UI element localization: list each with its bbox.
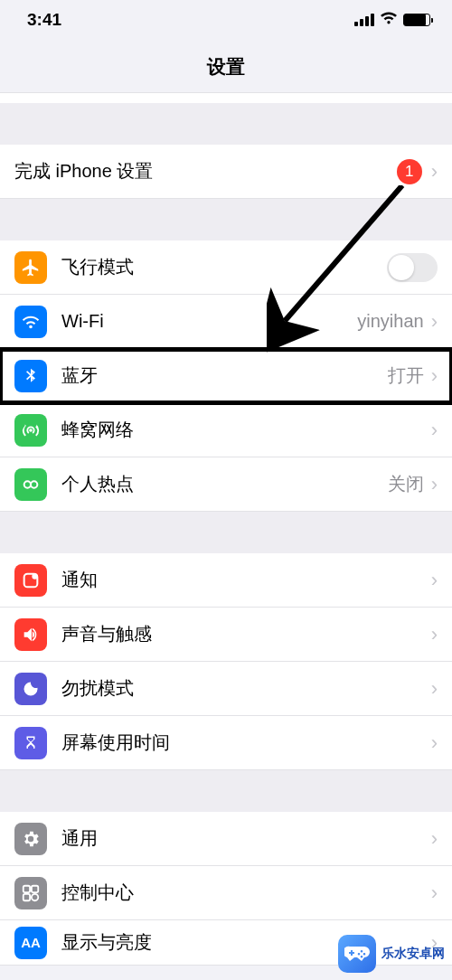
chevron-right-icon: ›: [431, 731, 438, 755]
cellular-label: 蜂窝网络: [61, 418, 431, 442]
chevron-right-icon: ›: [431, 677, 438, 701]
chevron-right-icon: ›: [431, 827, 438, 851]
cellular-icon: [14, 414, 47, 447]
chevron-right-icon: ›: [431, 881, 438, 905]
moon-icon: [14, 673, 47, 705]
airplane-mode-row[interactable]: 飞行模式: [0, 240, 452, 295]
notifications-row[interactable]: 通知 ›: [0, 553, 452, 608]
svg-point-3: [32, 573, 37, 579]
status-time: 3:41: [27, 10, 61, 30]
notifications-icon: [14, 564, 47, 597]
chevron-right-icon: ›: [431, 310, 438, 334]
notification-badge: 1: [397, 159, 422, 184]
chevron-right-icon: ›: [431, 623, 438, 646]
airplane-icon: [14, 251, 47, 284]
battery-icon: [403, 14, 430, 26]
wifi-icon: [380, 11, 398, 30]
airplane-toggle[interactable]: [387, 253, 438, 282]
sound-label: 声音与触感: [61, 622, 431, 646]
svg-point-0: [24, 481, 31, 487]
status-icons: [354, 11, 430, 30]
notifications-label: 通知: [61, 568, 431, 592]
status-bar: 3:41: [0, 0, 452, 40]
hotspot-row[interactable]: 个人热点 关闭 ›: [0, 457, 452, 512]
control-center-icon: [14, 877, 47, 909]
svg-rect-4: [24, 885, 30, 891]
watermark: 乐水安卓网: [338, 935, 445, 973]
gamepad-icon: [338, 935, 376, 973]
cellular-signal-icon: [354, 14, 374, 26]
svg-point-1: [31, 481, 37, 487]
hotspot-label: 个人热点: [61, 472, 388, 496]
chevron-right-icon: ›: [431, 569, 438, 592]
svg-rect-5: [32, 885, 38, 891]
hotspot-value: 关闭: [388, 472, 424, 496]
bluetooth-value: 打开: [388, 363, 424, 388]
finish-setup-label: 完成 iPhone 设置: [14, 159, 397, 184]
screentime-label: 屏幕使用时间: [61, 730, 431, 755]
control-center-row[interactable]: 控制中心 ›: [0, 866, 452, 920]
bluetooth-icon: [14, 360, 47, 392]
svg-point-7: [32, 893, 38, 900]
chevron-right-icon: ›: [431, 473, 438, 496]
wifi-label: Wi-Fi: [61, 311, 357, 332]
general-row[interactable]: 通用 ›: [0, 812, 452, 866]
page-title: 设置: [0, 40, 452, 92]
svg-rect-6: [24, 893, 30, 900]
dnd-label: 勿扰模式: [61, 676, 431, 701]
wifi-value: yinyihan: [357, 311, 423, 332]
screentime-row[interactable]: 屏幕使用时间 ›: [0, 716, 452, 770]
finish-setup-row[interactable]: 完成 iPhone 设置 1 ›: [0, 145, 452, 199]
bluetooth-row[interactable]: 蓝牙 打开 ›: [0, 349, 452, 403]
bluetooth-label: 蓝牙: [61, 363, 388, 388]
watermark-text: 乐水安卓网: [381, 946, 445, 962]
airplane-label: 飞行模式: [61, 255, 387, 279]
wifi-row[interactable]: Wi-Fi yinyihan ›: [0, 295, 452, 349]
dnd-row[interactable]: 勿扰模式 ›: [0, 662, 452, 716]
hotspot-icon: [14, 468, 47, 501]
display-icon: AA: [14, 927, 47, 959]
sound-icon: [14, 618, 47, 651]
account-row-peek: [0, 92, 452, 103]
chevron-right-icon: ›: [431, 364, 438, 388]
gear-icon: [14, 823, 47, 855]
sound-row[interactable]: 声音与触感 ›: [0, 608, 452, 662]
general-label: 通用: [61, 826, 431, 851]
chevron-right-icon: ›: [431, 419, 438, 442]
control-center-label: 控制中心: [61, 881, 431, 905]
hourglass-icon: [14, 727, 47, 759]
wifi-settings-icon: [14, 306, 47, 338]
cellular-row[interactable]: 蜂窝网络 ›: [0, 403, 452, 457]
chevron-right-icon: ›: [431, 160, 438, 184]
